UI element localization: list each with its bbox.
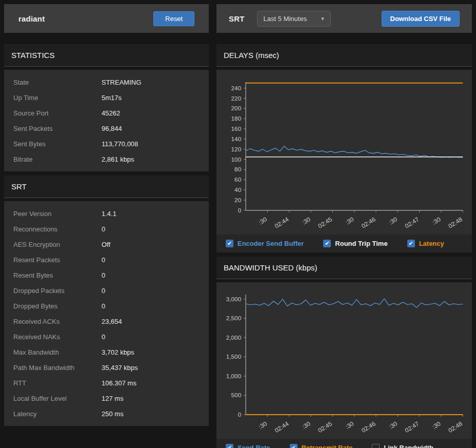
delays-legend: ✔Encoder Send Buffer✔Round Trip Time✔Lat… <box>216 235 472 252</box>
legend-item-link-bandwidth[interactable]: Link Bandwidth <box>372 444 433 448</box>
chevron-down-icon: ▾ <box>321 15 324 22</box>
time-range-dropdown[interactable]: Last 5 Minutes ▾ <box>257 11 331 27</box>
stat-value: 0 <box>102 333 105 341</box>
svg-text::30: :30 <box>344 216 355 226</box>
legend-item-latency[interactable]: ✔Latency <box>407 240 444 247</box>
svg-text:60: 60 <box>234 176 242 183</box>
download-csv-button[interactable]: Download CSV File <box>382 11 460 27</box>
svg-text::30: :30 <box>344 420 355 431</box>
stat-value: 106.307 ms <box>102 379 136 387</box>
svg-text:120: 120 <box>231 146 242 153</box>
stat-row: Max Bandwidth3,702 kbps <box>4 344 209 360</box>
stat-label: Dropped Packets <box>13 287 102 295</box>
checkbox-checked-icon[interactable]: ✔ <box>290 444 298 448</box>
checkbox-checked-icon[interactable]: ✔ <box>323 240 331 247</box>
stat-value: 35,437 kbps <box>102 364 138 372</box>
svg-text:02:48: 02:48 <box>447 420 464 434</box>
legend-item-retransmit-rate[interactable]: ✔Retransmit Rate <box>290 444 353 448</box>
stat-row: Received NAKs0 <box>4 329 209 344</box>
charts-column: DELAYS (msec) 02040608010012014016018020… <box>216 44 472 444</box>
stat-label: Up Time <box>13 94 102 102</box>
stat-row: StateSTREAMING <box>4 74 209 90</box>
svg-text:02:47: 02:47 <box>404 216 420 230</box>
stat-row: RTT106.307 ms <box>4 375 209 391</box>
svg-text::30: :30 <box>431 420 442 431</box>
stat-row: Latency250 ms <box>4 406 209 421</box>
stat-row: Up Time5m17s <box>4 90 209 105</box>
checkbox-checked-icon[interactable]: ✔ <box>407 240 415 247</box>
svg-text:240: 240 <box>231 85 242 92</box>
encoder-name: radiant <box>18 14 45 23</box>
legend-item-round-trip-time[interactable]: ✔Round Trip Time <box>323 240 387 247</box>
srt-section-header: SRT <box>4 176 209 198</box>
legend-label: Send Rate <box>237 444 270 448</box>
svg-text:2,000: 2,000 <box>226 334 242 341</box>
stat-row: Sent Bytes113,770,008 <box>4 136 209 151</box>
svg-text:1,000: 1,000 <box>226 373 242 380</box>
delays-section-header: DELAYS (msec) <box>216 44 472 67</box>
bandwidth-legend: ✔Send Rate✔Retransmit RateLink Bandwidth <box>216 439 472 448</box>
stat-row: Peer Version1.4.1 <box>4 206 209 221</box>
reset-button[interactable]: Reset <box>153 11 194 26</box>
checkbox-checked-icon[interactable]: ✔ <box>226 240 233 247</box>
stat-label: Peer Version <box>13 210 102 218</box>
stats-column: STATISTICS StateSTREAMINGUp Time5m17sSou… <box>4 44 209 444</box>
svg-text:100: 100 <box>231 156 242 163</box>
stat-label: Resent Bytes <box>13 271 102 279</box>
stat-value: 23,654 <box>102 318 122 325</box>
svg-text:02:48: 02:48 <box>447 216 464 230</box>
legend-item-encoder-send-buffer[interactable]: ✔Encoder Send Buffer <box>226 240 304 247</box>
stat-row: AES EncryptionOff <box>4 237 209 252</box>
statistics-table: StateSTREAMINGUp Time5m17sSource Port452… <box>4 70 209 171</box>
svg-text:20: 20 <box>234 197 242 204</box>
stat-value: 0 <box>102 271 105 279</box>
content-columns: STATISTICS StateSTREAMINGUp Time5m17sSou… <box>4 44 472 444</box>
svg-text::30: :30 <box>388 216 399 226</box>
stat-row: Dropped Packets0 <box>4 283 209 298</box>
svg-text:02:44: 02:44 <box>273 420 290 434</box>
delays-chart: 020406080100120140160180200220240:3002:4… <box>216 77 472 235</box>
svg-text:140: 140 <box>231 135 242 143</box>
stat-label: Sent Packets <box>13 125 102 132</box>
svg-text:02:47: 02:47 <box>404 420 420 434</box>
svg-text:0: 0 <box>238 207 242 214</box>
top-bars: radiant Reset SRT Last 5 Minutes ▾ Downl… <box>4 4 472 33</box>
stat-label: Path Max Bandwidth <box>13 364 102 372</box>
stat-label: Received NAKs <box>13 333 102 341</box>
stat-row: Reconnections0 <box>4 221 209 237</box>
statistics-section-header: STATISTICS <box>4 44 209 67</box>
legend-label: Encoder Send Buffer <box>237 240 304 247</box>
legend-item-send-rate[interactable]: ✔Send Rate <box>226 444 270 448</box>
stat-label: AES Encryption <box>13 241 102 248</box>
stat-label: Max Bandwidth <box>13 348 102 356</box>
stat-value: 45262 <box>102 109 120 117</box>
svg-text:02:45: 02:45 <box>316 216 333 230</box>
svg-text:80: 80 <box>234 166 242 173</box>
svg-text:220: 220 <box>231 95 242 102</box>
checkbox-checked-icon[interactable]: ✔ <box>226 444 233 448</box>
svg-text::30: :30 <box>257 216 269 226</box>
svg-text:2,500: 2,500 <box>226 315 242 322</box>
stat-row: Dropped Bytes0 <box>4 298 209 314</box>
stat-label: Dropped Bytes <box>13 302 102 310</box>
encoder-header-bar: radiant Reset <box>4 4 209 33</box>
stat-row: Resent Packets0 <box>4 252 209 267</box>
stat-value: 0 <box>102 302 105 310</box>
srt-title: SRT <box>229 14 245 23</box>
bandwidth-chart: 05001,0001,5002,0002,5003,000:3002:44:30… <box>216 289 472 439</box>
checkbox-unchecked-icon[interactable] <box>372 444 380 448</box>
bandwidth-chart-panel: 05001,0001,5002,0002,5003,000:3002:44:30… <box>216 282 472 439</box>
legend-label: Latency <box>419 240 444 247</box>
stat-value: 250 ms <box>102 410 124 418</box>
stat-value: 113,770,008 <box>102 140 138 148</box>
svg-text:160: 160 <box>231 125 242 132</box>
stat-label: RTT <box>13 379 102 387</box>
stat-value: STREAMING <box>102 79 141 86</box>
svg-text::30: :30 <box>301 420 312 431</box>
stat-value: 0 <box>102 287 105 295</box>
svg-text::30: :30 <box>301 216 312 226</box>
stat-label: Reconnections <box>13 225 102 233</box>
svg-text:02:46: 02:46 <box>360 420 377 434</box>
svg-text::30: :30 <box>257 420 269 431</box>
stat-row: Local Buffer Level127 ms <box>4 391 209 406</box>
